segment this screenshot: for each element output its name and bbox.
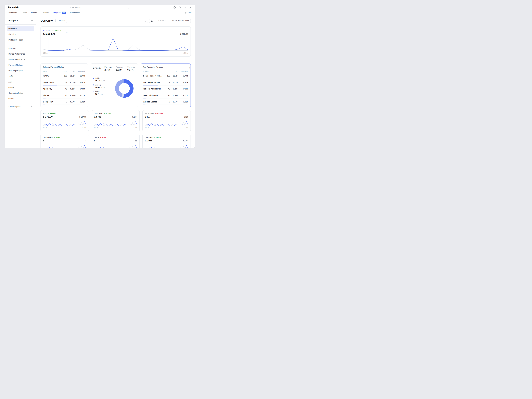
nav-apps[interactable]: Apps [185, 12, 191, 14]
progress-track [43, 105, 85, 105]
table-row[interactable]: Credit Cards6741.2%$14.2k [43, 81, 85, 85]
nav-customer[interactable]: Customer [39, 10, 51, 15]
sidebar-item-aov[interactable]: AOV [7, 79, 34, 84]
table-row[interactable]: Axelrod Games70.57%$1,526 [143, 100, 188, 105]
metrics-row-1: AOV +4.88% $ 176.00 $ 167.00 18 Oct16 No… [40, 110, 191, 131]
trend-down-icon [100, 137, 101, 138]
sidebar-item-orders[interactable]: Orders [7, 85, 34, 90]
revenue-x-axis: 18 Oct 16 Nov [43, 52, 188, 54]
trend-down-icon [155, 113, 157, 114]
revenue-line-chart [43, 37, 188, 51]
card-title: Top Funnels by Revenue [143, 66, 188, 68]
metric-secondary-value: 0.25% [132, 116, 137, 118]
metric-value: 0.75% [145, 139, 152, 142]
sparkline-chart [43, 120, 86, 126]
sidebar-item-optins[interactable]: Optins [7, 96, 34, 101]
table-row[interactable]: 720 Degree Faucet6741.2%$14.2k [143, 81, 188, 85]
brand-logo: Funnelish [8, 6, 19, 9]
sidebar-item-profitability-report[interactable]: Profitability Report [7, 38, 34, 42]
header-controls: Custom Oct 18 - Nov 16, 2023 [143, 19, 191, 23]
metric-secondary-value: 1610 [184, 116, 188, 118]
legend-item-mobile: Mobile 161051.6% [93, 77, 105, 82]
progress-fill [43, 85, 57, 85]
cards-row: Sales by Payment Method NAME ORDERS CONV… [40, 63, 191, 108]
date-range-button[interactable]: Oct 18 - Nov 16, 2023 [170, 19, 191, 23]
top-funnels-card[interactable]: Top Funnels by Revenue FUNNEL ORDERS CON… [141, 63, 191, 108]
metric-label: Optin rate [145, 136, 152, 138]
sidebar-item-saved-reports[interactable]: Saved Reports [7, 104, 34, 109]
refresh-button[interactable] [143, 19, 148, 23]
nav-funnels[interactable]: Funnels [19, 10, 29, 15]
help-icon[interactable]: ? [173, 6, 176, 9]
sidebar-item-overview[interactable]: Overview [7, 26, 34, 31]
sidebar: Analytics Overview Live View Profitabili… [5, 15, 36, 148]
sidebar-item-conversion-rates[interactable]: Conversion Rates [7, 90, 34, 95]
metrics-row-2: Uniq. Orders +50% 6 4 Optins [40, 134, 191, 148]
revenue-current-value: $ 1,053.76 [43, 32, 56, 35]
sidebar-header: Analytics [7, 15, 34, 25]
sidebar-item-revenue[interactable]: Revenue [7, 46, 34, 51]
table-row[interactable]: Klarna140.93%$2,350 [43, 94, 85, 98]
metric-secondary-value: 4 [85, 140, 86, 142]
metric-value: 9 [94, 139, 95, 142]
metric-label: Uniq. Orders [43, 136, 53, 138]
sidebar-item-live-view[interactable]: Live View [7, 32, 34, 37]
sidebar-item-traffic[interactable]: Traffic [7, 74, 34, 79]
trend-up-icon [54, 137, 55, 138]
topbar: Funnelish ? [5, 5, 195, 10]
metric-trend: +4.88% [48, 113, 56, 114]
plus-icon[interactable] [31, 20, 33, 22]
sidebar-item-funnel-performance[interactable]: Funnel Performance [7, 57, 34, 62]
search-bar[interactable] [70, 6, 129, 9]
nav-automations[interactable]: Automations [68, 10, 82, 15]
payment-methods-card: Sales by Payment Method NAME ORDERS CONV… [40, 63, 88, 108]
metric-secondary-value: $ 167.00 [79, 116, 86, 118]
table-row[interactable]: Google Pay70.57%$1,526 [43, 100, 85, 105]
custom-range-dropdown[interactable]: Custom [156, 19, 168, 23]
table-header: FUNNEL ORDERS CONV. REVENUE [143, 71, 188, 72]
progress-track [143, 98, 188, 98]
table-row[interactable]: Beats Headset Tem...15012.2%$17.5k [143, 74, 188, 79]
user-icon[interactable] [189, 6, 191, 9]
nav-orders[interactable]: Orders [29, 10, 39, 15]
chevron-down-icon [165, 20, 166, 22]
sidebar-item-payment-methods[interactable]: Payment Methods [7, 63, 34, 68]
sidebar-item-device-performance[interactable]: Device Performance [7, 51, 34, 56]
revenue-link[interactable]: Revenue [43, 29, 51, 31]
metric-trend: +128% [103, 113, 111, 114]
progress-fill [43, 79, 85, 79]
sidebar-item-utm-tags-report[interactable]: UTM Tags Report [7, 68, 34, 73]
device-card: Device by Page view 2.75k Revenue $128k [91, 63, 138, 108]
table-row[interactable]: Taboola Advertorial420.28%$7,000 [143, 87, 188, 92]
trend-up-icon [48, 113, 49, 114]
legend-dot [93, 84, 94, 85]
table-row[interactable]: Apple Pay420.28%$7,000 [43, 87, 85, 92]
metric-card-optin-rate: Optin rate +38.6% 0.75% 0.57% [142, 134, 191, 148]
revenue-trend: +57.31% [52, 29, 61, 31]
nav-dashboard[interactable]: Dashboard [8, 10, 19, 15]
progress-fill [143, 92, 151, 92]
nav-analytics[interactable]: Analytics new [51, 10, 68, 15]
progress-track [143, 92, 188, 92]
bell-icon[interactable] [179, 6, 181, 9]
table-row[interactable]: PayPal15012.2%$17.5k [43, 74, 85, 79]
sparkline-chart [43, 143, 86, 148]
add-filter-button[interactable]: Add Filter [56, 19, 67, 23]
gear-icon[interactable] [184, 6, 186, 9]
metric-trend: +38.6% [153, 137, 161, 138]
table-row[interactable]: Teeth Whitening140.93%$2,350 [143, 94, 188, 98]
tab-revenue[interactable]: Revenue $128k [116, 64, 124, 71]
download-button[interactable] [149, 19, 154, 23]
tab-conv-rate[interactable]: Conv. rate 0.27% [127, 64, 135, 71]
tab-page-view[interactable]: Page view 2.75k [104, 64, 113, 71]
progress-fill [143, 79, 188, 79]
search-input[interactable] [75, 6, 127, 8]
device-card-header: Device by Page view 2.75k Revenue $128k [93, 66, 135, 71]
metric-card-aov: AOV +4.88% $ 176.00 $ 167.00 18 Oct16 No… [40, 110, 89, 131]
sparkline-x-axis: 18 Oct16 Nov [145, 127, 188, 128]
metric-card-page-views: Page Views -12.61% 1407 1610 18 Oct16 No… [142, 110, 191, 131]
progress-fill [43, 105, 45, 105]
metric-value: 0.57% [94, 115, 101, 118]
topbar-actions: ? [173, 6, 191, 9]
page-title: Overview [40, 19, 53, 22]
